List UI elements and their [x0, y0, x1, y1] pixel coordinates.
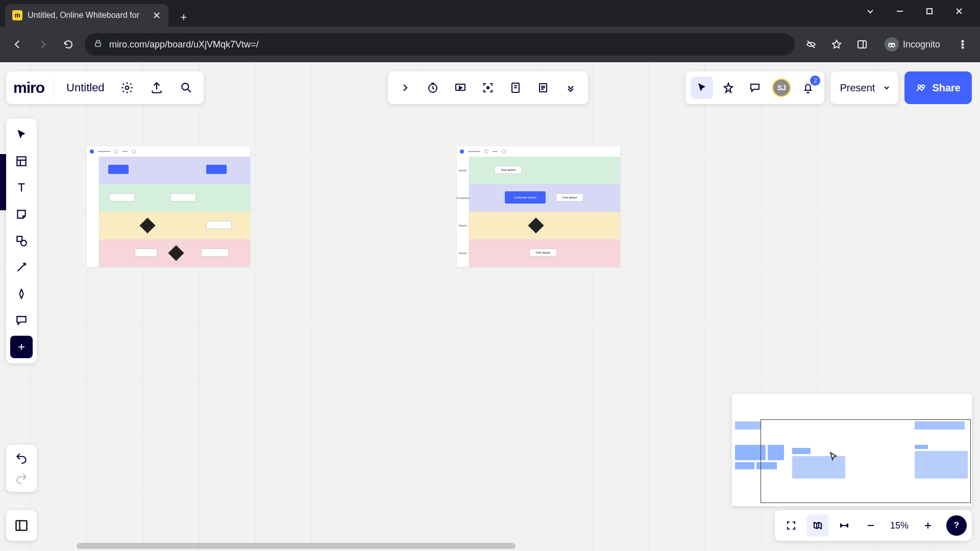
decision-node[interactable] [139, 217, 155, 233]
sticky-note-icon[interactable] [10, 203, 33, 226]
more-tools-button[interactable]: + [10, 336, 33, 358]
tab-strip: m Untitled, Online Whiteboard for + [0, 0, 980, 27]
share-label: Share [932, 82, 961, 94]
decision-node[interactable] [168, 245, 184, 261]
frames-panel-button[interactable] [6, 510, 37, 541]
zoom-in-button[interactable] [917, 514, 939, 537]
shapes-icon[interactable] [10, 230, 33, 252]
node[interactable] [108, 165, 129, 174]
tab-title: Untitled, Online Whiteboard for [28, 11, 147, 20]
node[interactable] [109, 193, 135, 202]
minimap-viewport[interactable] [761, 419, 971, 503]
settings-button[interactable] [117, 78, 137, 98]
export-button[interactable] [146, 78, 167, 98]
node[interactable] [206, 165, 227, 174]
bookmark-icon[interactable] [827, 35, 846, 54]
voting-icon[interactable] [504, 77, 527, 99]
swimlane-diagram-1[interactable] [87, 146, 250, 267]
chevron-down-icon[interactable] [863, 4, 878, 19]
notes-icon[interactable] [532, 77, 554, 99]
more-apps-icon[interactable] [559, 77, 582, 99]
maximize-icon[interactable] [922, 4, 937, 19]
nav-right: Incognito [802, 34, 972, 55]
swimlane-diagram-2[interactable]: Name Customer Name Name One action Custo… [457, 146, 620, 267]
help-button[interactable]: ? [946, 515, 967, 536]
node[interactable]: Customer action [505, 191, 546, 204]
miro-favicon: m [12, 10, 22, 20]
fit-to-screen-icon[interactable] [833, 514, 855, 537]
search-button[interactable] [176, 78, 197, 98]
eye-off-icon[interactable] [802, 35, 820, 54]
svg-rect-20 [16, 521, 27, 531]
templates-icon[interactable] [10, 150, 33, 172]
connection-line-icon[interactable] [10, 256, 33, 279]
forward-button[interactable] [34, 35, 52, 54]
new-tab-button[interactable]: + [175, 8, 193, 27]
redo-button[interactable] [10, 469, 33, 488]
incognito-label: Incognito [903, 39, 940, 50]
svg-point-8 [125, 86, 129, 90]
minimap-toggle-icon[interactable] [806, 514, 829, 537]
back-button[interactable] [8, 35, 27, 54]
share-button[interactable]: Share [904, 71, 972, 104]
node[interactable]: One action [529, 248, 557, 257]
undo-button[interactable] [10, 449, 33, 467]
zoom-level[interactable]: 15% [886, 520, 913, 531]
address-bar[interactable]: miro.com/app/board/uXjVMqk7Vtw=/ [85, 33, 795, 56]
presentation-icon[interactable] [449, 77, 472, 99]
expand-apps-icon[interactable] [394, 77, 416, 99]
horizontal-scrollbar[interactable] [77, 543, 516, 549]
svg-rect-1 [95, 43, 101, 46]
side-panel-icon[interactable] [853, 35, 871, 54]
browser-tab[interactable]: m Untitled, Online Whiteboard for [5, 4, 168, 27]
reactions-icon[interactable] [717, 77, 740, 99]
incognito-icon [885, 37, 899, 52]
incognito-chip[interactable]: Incognito [878, 34, 946, 55]
present-button[interactable]: Present [830, 71, 898, 104]
close-tab-icon[interactable] [152, 11, 161, 20]
comments-icon[interactable] [744, 77, 766, 99]
people-icon [916, 82, 927, 93]
kebab-menu-icon[interactable] [953, 35, 972, 54]
window-controls [863, 0, 980, 22]
notifications-icon[interactable]: 2 [797, 77, 819, 99]
nav-bar: miro.com/app/board/uXjVMqk7Vtw=/ Incogni… [0, 27, 980, 62]
text-tool-icon[interactable] [10, 177, 33, 199]
svg-rect-2 [858, 41, 866, 48]
fullscreen-icon[interactable] [780, 514, 802, 537]
svg-rect-17 [17, 157, 26, 165]
lane-label: Name [457, 157, 469, 184]
board-title[interactable]: Untitled [63, 81, 108, 94]
node[interactable]: One action [556, 193, 583, 202]
svg-point-19 [21, 240, 27, 246]
minimap[interactable] [732, 394, 972, 506]
reload-button[interactable] [59, 35, 78, 54]
node[interactable] [135, 248, 157, 257]
user-avatar[interactable]: SJ [770, 77, 793, 99]
url-text: miro.com/app/board/uXjVMqk7Vtw=/ [109, 39, 259, 50]
timer-icon[interactable] [422, 77, 444, 99]
creation-toolbar: + [6, 118, 37, 363]
zoom-controls: 15% ? [775, 510, 972, 541]
chevron-down-icon[interactable] [879, 84, 894, 92]
svg-rect-0 [927, 9, 932, 14]
minimize-icon[interactable] [892, 4, 908, 19]
cursor-in-minimap-icon [830, 452, 837, 461]
pen-tool-icon[interactable] [10, 283, 33, 305]
comment-tool-icon[interactable] [10, 309, 33, 332]
node[interactable]: One action [495, 166, 522, 174]
select-tool-icon[interactable] [10, 123, 33, 146]
lane-label: Name [457, 212, 469, 239]
miro-logo[interactable]: miro [13, 79, 44, 96]
node[interactable] [201, 248, 229, 257]
decision-node[interactable] [528, 217, 544, 233]
close-window-icon[interactable] [951, 4, 967, 19]
undo-redo-group [6, 445, 37, 492]
cursor-tool-icon[interactable] [691, 77, 713, 99]
svg-point-5 [962, 40, 963, 42]
apps-toolbar [388, 71, 588, 104]
node[interactable] [206, 221, 232, 229]
frame-focus-icon[interactable] [477, 77, 499, 99]
node[interactable] [170, 193, 196, 202]
zoom-out-button[interactable] [860, 514, 882, 537]
